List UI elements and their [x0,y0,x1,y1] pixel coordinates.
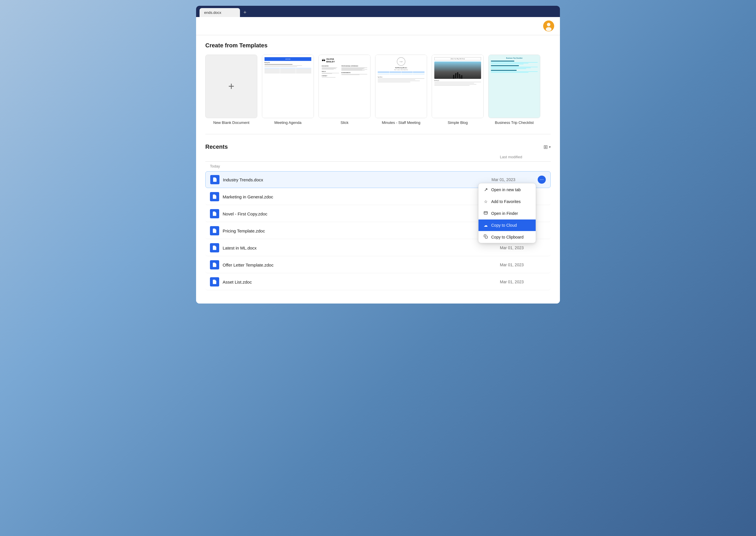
copy-clipboard-icon [483,234,488,239]
file-date-0: Mar 01, 2023 [491,177,538,182]
menu-item-open-new-tab[interactable]: ↗ Open in new tab [478,184,536,196]
svg-point-1 [547,23,550,26]
copy-cloud-icon: ☁ [483,223,488,228]
template-name-blog: Simple Blog [432,120,484,125]
today-label: Today [205,162,551,171]
document-icon-4 [212,245,217,251]
template-preview-slick: 🕶 OLIVIA BAILEY EDUCATION [318,54,371,118]
template-name-slick: Slick [318,120,371,125]
file-date-4: Mar 01, 2023 [500,246,546,250]
template-card-slick[interactable]: 🕶 OLIVIA BAILEY EDUCATION [318,54,371,125]
templates-section-title: Create from Templates [205,42,551,49]
menu-label-copy-cloud: Copy to Cloud [491,223,517,228]
template-preview-minutes: Logo Staff Meeting Minutes Date / Locati… [375,54,427,118]
slick-glasses-icon: 🕶 [322,58,325,62]
template-preview-blog: [Enter Your Blog Title Here] [Heading 1] [432,54,484,118]
document-icon-3 [212,228,217,233]
file-date-6: Mar 01, 2023 [500,280,546,284]
blog-title-placeholder: [Enter Your Blog Title Here] [434,57,481,60]
template-card-biztrip[interactable]: Business Trip Checklist [488,54,540,125]
grid-view-icon: ⊞ [543,144,548,150]
context-menu: ↗ Open in new tab ☆ Add to Favorites [478,183,536,243]
file-name-4: Latest in ML.docx [223,246,500,251]
file-name-2: Novel - First Copy.zdoc [223,211,500,216]
open-finder-icon [483,211,488,216]
file-icon-4 [210,243,219,252]
menu-label-copy-clipboard: Copy to Clipboard [491,235,524,239]
file-icon-5 [210,260,219,269]
file-icon-0 [210,175,219,184]
document-icon-2 [212,211,217,216]
svg-rect-7 [485,236,487,238]
template-preview-agenda: AGENDA Meeting Title [262,54,314,118]
recents-title: Recents [205,144,228,150]
recents-header: Recents ⊞ ▾ [205,144,551,150]
template-name-blank: New Blank Document [205,120,257,125]
avatar[interactable] [543,20,554,31]
file-row-0[interactable]: Industry Trends.docx Mar 01, 2023 ··· ↗ … [205,171,551,188]
recents-section: Recents ⊞ ▾ Last modified Today [205,144,551,297]
new-tab-button[interactable]: + [241,8,249,17]
template-name-agenda: Meeting Agenda [262,120,314,125]
more-options-button-0[interactable]: ··· [538,176,546,184]
template-card-agenda[interactable]: AGENDA Meeting Title [262,54,314,125]
add-favorites-icon: ☆ [483,199,488,204]
template-card-minutes[interactable]: Logo Staff Meeting Minutes Date / Locati… [375,54,427,125]
tab-label: ends.docx [204,11,221,15]
file-name-6: Asset List.zdoc [223,280,500,285]
menu-label-open-new-tab: Open in new tab [491,187,521,192]
browser-chrome: ends.docx + [196,6,560,17]
file-row-5[interactable]: Offer Letter Template.zdoc Mar 01, 2023 [205,257,551,273]
menu-label-open-finder: Open in Finder [491,211,518,216]
col-date-header: Last modified [500,155,546,159]
file-icon-6 [210,277,219,286]
document-icon-5 [212,262,217,267]
templates-grid: + New Blank Document AGENDA Meeting Titl… [205,54,551,127]
template-card-blog[interactable]: [Enter Your Blog Title Here] [Heading 1] [432,54,484,125]
browser-tab[interactable]: ends.docx [200,8,240,17]
document-icon-6 [212,279,217,285]
svg-point-2 [546,27,551,31]
file-icon-1 [210,192,219,201]
menu-item-copy-clipboard[interactable]: Copy to Clipboard [478,231,536,243]
document-icon-1 [212,194,217,199]
file-date-5: Mar 01, 2023 [500,262,546,267]
menu-label-add-favorites: Add to Favorites [491,199,521,204]
view-toggle-chevron-icon: ▾ [549,145,551,149]
template-preview-biztrip: Business Trip Checklist [488,54,540,118]
plus-icon: + [228,80,234,92]
menu-item-open-finder[interactable]: Open in Finder [478,207,536,219]
template-name-biztrip: Business Trip Checklist [488,120,540,125]
file-name-5: Offer Letter Template.zdoc [223,262,500,267]
svg-rect-5 [484,211,487,214]
agenda-header-bar: AGENDA [265,57,311,61]
file-name-1: Marketing in General.zdoc [223,194,500,199]
table-header-row: Last modified [205,152,551,162]
view-toggle-button[interactable]: ⊞ ▾ [543,144,551,150]
file-icon-2 [210,209,219,218]
section-divider [205,134,551,134]
minutes-logo: Logo [397,57,406,66]
template-card-blank[interactable]: + New Blank Document [205,54,257,125]
toolbar [196,17,560,35]
file-row-6[interactable]: Asset List.zdoc Mar 01, 2023 [205,274,551,290]
document-icon [212,177,217,182]
file-icon-3 [210,226,219,235]
col-name-header [223,155,500,159]
menu-item-copy-cloud[interactable]: ☁ Copy to Cloud [478,219,536,231]
file-name-0: Industry Trends.docx [223,177,491,182]
menu-item-add-favorites[interactable]: ☆ Add to Favorites [478,196,536,207]
blog-hero-image [434,61,481,79]
open-new-tab-icon: ↗ [483,187,488,192]
main-content: Create from Templates + New Blank Docume… [196,35,560,304]
app-window: Create from Templates + New Blank Docume… [196,17,560,304]
template-preview-blank: + [205,54,257,118]
file-name-3: Pricing Template.zdoc [223,228,500,233]
tab-bar: ends.docx + [196,6,560,17]
template-name-minutes: Minutes - Staff Meeting [375,120,427,125]
